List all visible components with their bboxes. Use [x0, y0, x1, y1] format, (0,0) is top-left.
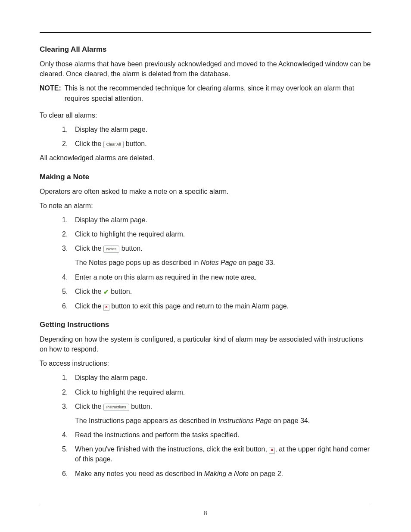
step-number: 1.: [62, 215, 68, 225]
step-item: 3. Click the Instructions button. The In…: [40, 401, 371, 426]
step-item: 4. Read the instructions and perform the…: [40, 430, 371, 440]
step-item: 2. Click to highlight the required alarm…: [40, 229, 371, 239]
step-item: 1. Display the alarm page.: [40, 124, 371, 134]
reference-link: Notes Page: [201, 259, 237, 266]
step-number: 6.: [62, 301, 68, 311]
step-text: button.: [124, 140, 146, 147]
clear-all-button[interactable]: Clear All: [103, 141, 124, 148]
notes-button[interactable]: Notes: [103, 246, 120, 253]
step-sub-text: The Notes page pops up as described in N…: [75, 258, 371, 268]
step-number: 4.: [62, 272, 68, 282]
step-item: 1. Display the alarm page.: [40, 215, 371, 225]
step-text: Click to highlight the required alarm.: [75, 230, 185, 238]
paragraph: Only those alarms that have been previou…: [40, 59, 371, 79]
step-text: Click the: [75, 140, 103, 147]
step-text: Click the: [75, 245, 103, 252]
instructions-button[interactable]: Instructions: [103, 404, 129, 411]
paragraph: Depending on how the system is configure…: [40, 334, 371, 354]
paragraph: To clear all alarms:: [40, 110, 371, 120]
note-label: NOTE:: [40, 83, 61, 103]
step-text: Enter a note on this alarm as required i…: [75, 274, 257, 281]
step-item: 4. Enter a note on this alarm as require…: [40, 272, 371, 282]
text: The Instructions page appears as describ…: [75, 417, 218, 424]
step-number: 2.: [62, 229, 68, 239]
step-text: Display the alarm page.: [75, 374, 147, 381]
step-text: Display the alarm page.: [75, 126, 147, 133]
step-text: Click to highlight the required alarm.: [75, 389, 185, 396]
step-sub-text: The Instructions page appears as describ…: [75, 416, 371, 426]
text: on page 33.: [237, 259, 275, 266]
paragraph: Operators are often asked to make a note…: [40, 187, 371, 196]
step-text: button to exit this page and return to t…: [109, 302, 289, 310]
step-number: 5.: [62, 286, 68, 296]
step-text: Make any notes you need as described in: [75, 470, 204, 477]
step-text: button.: [129, 403, 152, 410]
note-block: NOTE: This is not the recommended techni…: [40, 83, 371, 103]
bottom-horizontal-rule: [40, 506, 371, 506]
step-item: 2. Click the Clear All button.: [40, 139, 371, 149]
step-text: Display the alarm page.: [75, 216, 147, 224]
ordered-steps: 1. Display the alarm page. 2. Click to h…: [40, 373, 371, 479]
step-item: 6. Click the × button to exit this page …: [40, 301, 371, 311]
step-number: 2.: [62, 139, 68, 149]
step-item: 6. Make any notes you need as described …: [40, 469, 371, 479]
step-number: 4.: [62, 430, 68, 440]
heading-making-a-note: Making a Note: [40, 173, 371, 181]
step-item: 2. Click to highlight the required alarm…: [40, 387, 371, 397]
step-text: on page 2.: [249, 470, 283, 477]
text: on page 34.: [271, 417, 310, 424]
step-number: 3.: [62, 401, 68, 411]
checkmark-icon[interactable]: ✔: [103, 287, 109, 297]
step-text: Click the: [75, 403, 103, 410]
reference-link: Instructions Page: [218, 417, 272, 424]
step-text: Read the instructions and perform the ta…: [75, 431, 240, 439]
document-page: Clearing All Alarms Only those alarms th…: [0, 0, 411, 532]
note-text: This is not the recommended technique fo…: [65, 83, 371, 103]
step-text: Click the: [75, 288, 103, 295]
step-number: 1.: [62, 373, 68, 383]
step-item: 1. Display the alarm page.: [40, 373, 371, 383]
step-number: 6.: [62, 469, 68, 479]
step-item: 5. Click the ✔ button.: [40, 286, 371, 297]
paragraph: All acknowledged alarms are deleted.: [40, 153, 371, 163]
step-number: 5.: [62, 444, 68, 454]
step-text: button.: [119, 245, 142, 252]
reference-link: Making a Note: [204, 470, 249, 477]
close-icon[interactable]: ×: [103, 305, 109, 311]
step-text: button.: [109, 288, 132, 295]
close-icon[interactable]: ×: [269, 448, 275, 454]
heading-getting-instructions: Getting Instructions: [40, 320, 371, 329]
paragraph: To access instructions:: [40, 358, 371, 368]
step-number: 2.: [62, 387, 68, 397]
step-item: 5. When you've finished with the instruc…: [40, 444, 371, 464]
text: The Notes page pops up as described in: [75, 259, 201, 266]
page-number: 8: [0, 510, 411, 516]
heading-clearing-all-alarms: Clearing All Alarms: [40, 45, 371, 54]
step-number: 3.: [62, 243, 68, 253]
step-number: 1.: [62, 124, 68, 134]
step-item: 3. Click the Notes button. The Notes pag…: [40, 243, 371, 268]
step-text: Click the: [75, 302, 103, 310]
paragraph: To note an alarm:: [40, 201, 371, 211]
step-text: When you've finished with the instructio…: [75, 445, 269, 453]
ordered-steps: 1. Display the alarm page. 2. Click the …: [40, 124, 371, 149]
ordered-steps: 1. Display the alarm page. 2. Click to h…: [40, 215, 371, 311]
top-horizontal-rule: [40, 32, 371, 33]
